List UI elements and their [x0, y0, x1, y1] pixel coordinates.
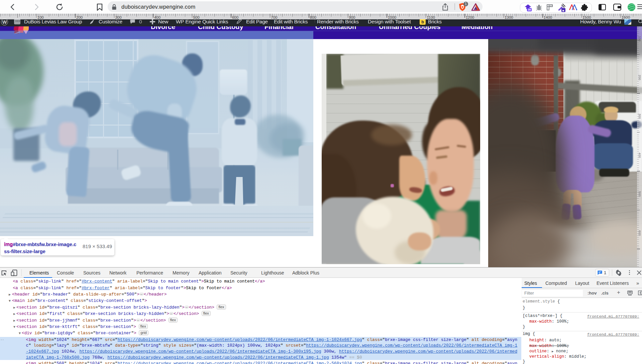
- svg-text:39: 39: [528, 8, 531, 11]
